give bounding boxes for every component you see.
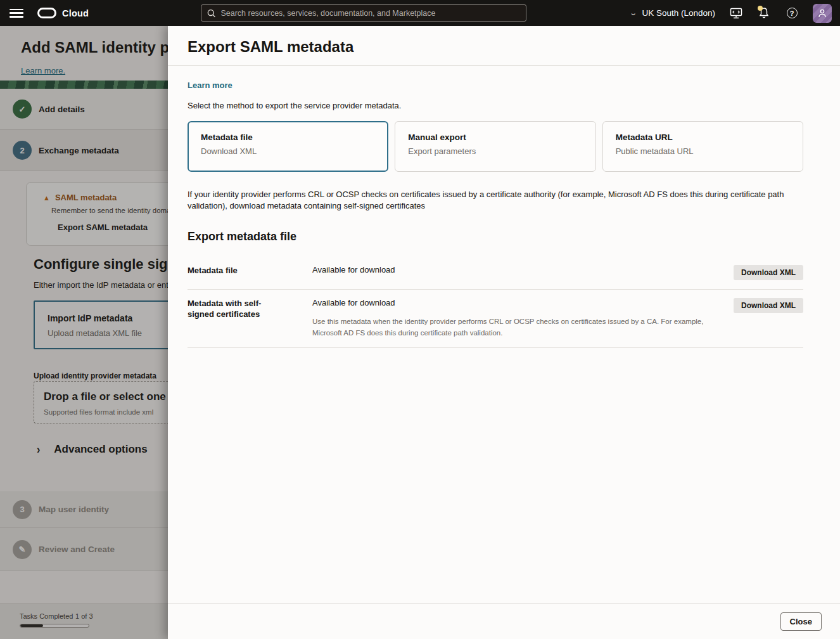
- user-avatar[interactable]: [813, 4, 832, 23]
- method-card-metadata-url[interactable]: Metadata URL Public metadata URL: [602, 121, 803, 172]
- crl-ocsp-note: If your identity provider performs CRL o…: [188, 189, 803, 212]
- row-status: Available for download: [312, 265, 734, 274]
- drawer-learn-more-link[interactable]: Learn more: [188, 81, 232, 90]
- cloud-shell-icon[interactable]: [729, 6, 743, 20]
- method-subtitle: Public metadata URL: [616, 146, 790, 156]
- method-card-metadata-file[interactable]: Metadata file Download XML: [188, 121, 388, 172]
- brand-label: Cloud: [62, 8, 89, 18]
- method-title: Metadata URL: [616, 132, 790, 142]
- method-subtitle: Download XML: [201, 146, 375, 156]
- person-icon: [817, 8, 827, 18]
- help-icon[interactable]: ?: [785, 6, 799, 20]
- row-status: Available for download: [312, 298, 734, 307]
- oci-console: Cloud ⌄ UK South (London): [0, 0, 840, 639]
- oracle-cloud-logo[interactable]: Cloud: [37, 8, 89, 18]
- notification-badge: [758, 6, 763, 11]
- global-search[interactable]: [201, 4, 526, 22]
- drawer-intro-text: Select the method to export the service …: [188, 101, 803, 110]
- table-row-metadata-file: Metadata file Available for download Dow…: [188, 257, 803, 290]
- row-name: Metadata with self-signed certificates: [188, 298, 283, 339]
- close-button[interactable]: Close: [780, 612, 822, 631]
- chevron-down-icon: ⌄: [629, 9, 637, 17]
- drawer-body: Learn more Select the method to export t…: [188, 66, 803, 348]
- topbar-right-cluster: ⌄ UK South (London): [630, 0, 840, 26]
- row-name: Metadata file: [188, 265, 283, 280]
- method-title: Metadata file: [201, 132, 375, 142]
- drawer-footer: Close: [168, 604, 840, 639]
- top-navigation-bar: Cloud ⌄ UK South (London): [0, 0, 840, 26]
- table-row-metadata-self-signed: Metadata with self-signed certificates A…: [188, 290, 803, 348]
- method-title: Manual export: [408, 132, 582, 142]
- announcements-bell-icon[interactable]: [757, 6, 771, 20]
- method-subtitle: Export parameters: [408, 146, 582, 156]
- method-card-manual-export[interactable]: Manual export Export parameters: [395, 121, 595, 172]
- region-label: UK South (London): [642, 8, 715, 18]
- search-icon: [207, 9, 215, 18]
- download-xml-button[interactable]: Download XML: [734, 265, 803, 280]
- export-metadata-file-heading: Export metadata file: [188, 230, 803, 243]
- hamburger-menu-icon[interactable]: [10, 9, 23, 18]
- region-selector[interactable]: ⌄ UK South (London): [630, 8, 715, 18]
- download-xml-button[interactable]: Download XML: [734, 298, 803, 313]
- metadata-table: Metadata file Available for download Dow…: [188, 257, 803, 348]
- row-description: Use this metadata when the identity prov…: [312, 316, 730, 339]
- oracle-logo-icon: [37, 8, 56, 18]
- drawer-title: Export SAML metadata: [188, 38, 353, 56]
- export-saml-metadata-drawer: Export SAML metadata Learn more Select t…: [168, 26, 840, 639]
- search-input[interactable]: [220, 9, 520, 18]
- export-method-cards: Metadata file Download XML Manual export…: [188, 121, 803, 172]
